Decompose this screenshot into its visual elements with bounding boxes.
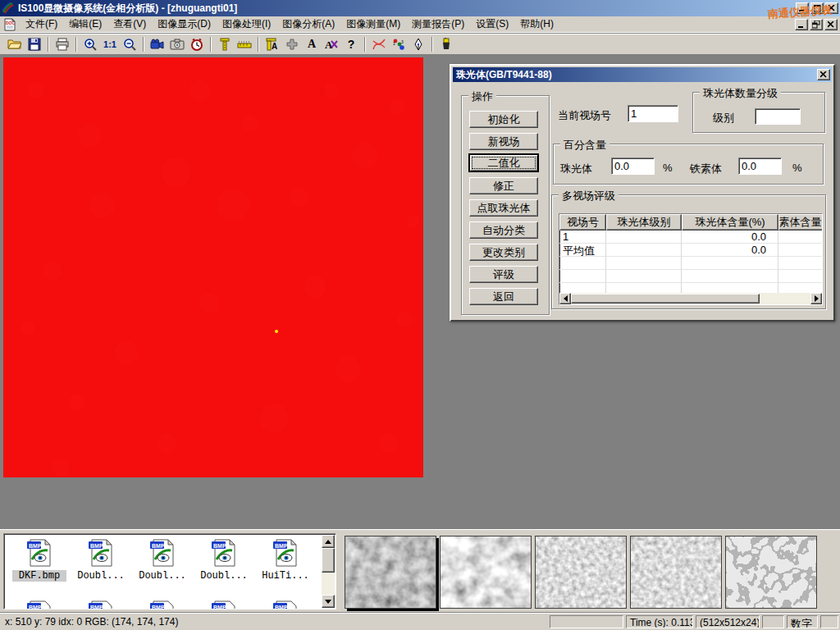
print-button[interactable] [52, 35, 72, 53]
col-ferrite-content[interactable]: 铁素体含量(%) [778, 214, 823, 231]
menu-measure-report[interactable]: 测量报告(P) [406, 16, 470, 33]
app-logo-icon [2, 2, 15, 15]
col-pearlite-grade[interactable]: 珠光体级别 [606, 214, 682, 231]
camera-capture-button[interactable] [167, 35, 187, 53]
ferrite-label: 铁素体 [690, 162, 722, 176]
spline-tool-button[interactable] [369, 35, 389, 53]
scroll-down-button[interactable] [322, 595, 335, 608]
menu-file[interactable]: 文件(F) [20, 16, 63, 33]
move-tool-button[interactable] [282, 35, 302, 53]
grade-input[interactable] [755, 108, 801, 125]
toolbar-separator [210, 37, 212, 52]
file-item[interactable]: BMP HuiTi... [258, 538, 313, 582]
thumbnail-2[interactable] [440, 536, 532, 609]
menu-image-analysis[interactable]: 图像分析(A) [276, 16, 340, 33]
scroll-left-button[interactable] [559, 293, 571, 304]
help-button[interactable]: ? [341, 35, 361, 53]
svg-text:BMP: BMP [213, 605, 226, 610]
toolbar-separator [48, 37, 49, 52]
table-row[interactable]: 1 0.0 [559, 231, 822, 244]
ferrite-percent-input[interactable]: 0.0 [738, 158, 782, 175]
classify-points-button[interactable]: 13 [389, 35, 409, 53]
open-button[interactable] [5, 35, 25, 53]
menu-edit[interactable]: 编辑(E) [63, 16, 107, 33]
bmp-file-icon: BMP [148, 600, 176, 609]
scrollbar-thumb[interactable] [571, 294, 760, 304]
pearlite-percent-input[interactable]: 0.0 [611, 158, 655, 175]
document-icon[interactable]: DOC [3, 18, 16, 31]
thumbnail-4[interactable] [630, 536, 722, 609]
file-item[interactable]: BMP DKF.bmp [12, 538, 66, 582]
thumbnail-3[interactable] [535, 536, 627, 609]
return-button[interactable]: 返回 [469, 288, 538, 305]
zoom-out-button[interactable] [120, 35, 139, 53]
mdi-minimize-button[interactable] [795, 19, 808, 30]
binarize-button[interactable]: 二值化 [469, 154, 538, 171]
change-class-button[interactable]: 更改类别 [469, 244, 538, 261]
table-row[interactable]: 平均值 0.0 [559, 244, 822, 257]
table-horizontal-scrollbar[interactable] [559, 293, 822, 304]
mdi-close-button[interactable] [824, 19, 838, 30]
metallographic-image[interactable] [3, 57, 423, 477]
file-item[interactable]: BMP [74, 600, 128, 609]
auto-classify-button[interactable]: 自动分类 [469, 221, 538, 239]
zoom-in-button[interactable] [80, 35, 100, 53]
timer-button[interactable] [187, 35, 207, 53]
file-item[interactable]: BMP Doubl... [197, 538, 251, 582]
text-tool-button[interactable]: A [302, 35, 322, 53]
rating-table[interactable]: 视场号 珠光体级别 珠光体含量(%) 铁素体含量(%) 1 0.0 平均值 [559, 213, 823, 305]
rate-button[interactable]: 评级 [469, 266, 538, 283]
file-item[interactable]: BMP [12, 600, 66, 609]
measure-vertical-button[interactable] [215, 35, 235, 53]
menu-view[interactable]: 查看(V) [107, 16, 152, 33]
menu-image-process[interactable]: 图像处理(I) [217, 16, 276, 33]
svg-text:BMP: BMP [213, 543, 226, 549]
file-item[interactable]: BMP Doubl... [135, 538, 189, 582]
current-view-input[interactable]: 1 [628, 105, 678, 122]
bmp-file-icon: BMP [25, 600, 53, 609]
menu-help[interactable]: 帮助(H) [514, 16, 559, 33]
pen-tool-button[interactable] [409, 35, 428, 53]
col-field-no[interactable]: 视场号 [559, 214, 606, 231]
brush-tool-button[interactable] [436, 35, 456, 53]
percent-sign: % [663, 162, 673, 174]
measure-length-button[interactable] [235, 35, 254, 53]
thumbnail-1[interactable] [345, 536, 436, 609]
measure-text-button[interactable]: A [262, 35, 282, 53]
init-button[interactable]: 初始化 [469, 111, 538, 128]
close-button[interactable] [825, 2, 838, 14]
menu-image-display[interactable]: 图像显示(D) [152, 16, 217, 33]
svg-text:BMP: BMP [275, 543, 288, 549]
toolbar-separator [258, 37, 259, 52]
col-pearlite-content[interactable]: 珠光体含量(%) [682, 214, 778, 231]
save-button[interactable] [25, 35, 44, 53]
pearlite-label: 珠光体 [560, 162, 592, 176]
title-bar: IS100显微摄像系统(金相分析版) - [zhuguangti01] [0, 0, 840, 16]
scrollbar-thumb[interactable] [322, 548, 335, 573]
file-item[interactable]: BMP [197, 600, 251, 609]
file-item[interactable]: BMP [135, 600, 189, 609]
dialog-close-button[interactable] [817, 69, 830, 80]
file-item[interactable]: BMP [258, 600, 313, 609]
zoom-actual-button[interactable]: 1:1 [100, 35, 120, 53]
text-delete-button[interactable]: A [322, 35, 341, 53]
menu-settings[interactable]: 设置(S) [470, 16, 514, 33]
mdi-restore-button[interactable] [810, 19, 823, 30]
scroll-right-button[interactable] [810, 293, 822, 304]
video-capture-button[interactable] [148, 35, 167, 53]
svg-text:BMP: BMP [29, 605, 42, 610]
grade-group: 珠光体数量分级 级别 [692, 92, 825, 133]
file-list-scrollbar[interactable] [322, 535, 335, 608]
minimize-button[interactable] [796, 2, 809, 14]
correct-button[interactable]: 修正 [469, 177, 538, 194]
thumbnail-5[interactable] [725, 536, 817, 609]
pick-pearlite-button[interactable]: 点取珠光体 [469, 199, 538, 217]
scroll-up-button[interactable] [322, 535, 335, 548]
file-list[interactable]: BMP DKF.bmp BMP Doubl... BMP Doubl... BM… [3, 533, 336, 609]
new-field-button[interactable]: 新视场 [469, 133, 538, 150]
menu-image-measure[interactable]: 图像测量(M) [340, 16, 406, 33]
status-panel-empty [762, 615, 784, 628]
file-item[interactable]: BMP Doubl... [74, 538, 128, 582]
dialog-title-bar[interactable]: 珠光体(GB/T9441-88) [453, 67, 832, 82]
maximize-button[interactable] [810, 2, 824, 14]
